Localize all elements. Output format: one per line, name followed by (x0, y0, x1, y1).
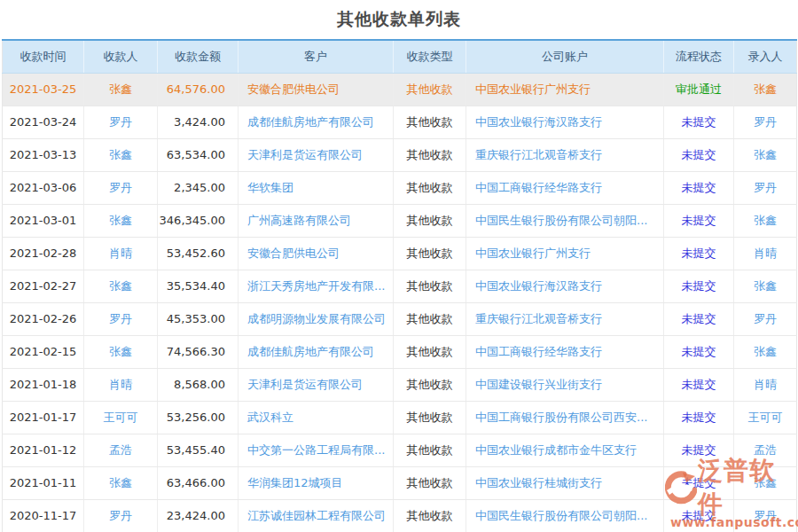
status-cell[interactable]: 未提交 (664, 434, 734, 466)
status-cell[interactable]: 未提交 (664, 499, 734, 532)
table-row[interactable]: 2020-11-17罗丹23,424.00江苏诚佳园林工程有限公司其他收款中国民… (3, 499, 797, 532)
table-row[interactable]: 2021-03-25张鑫64,576.00安徽合肥供电公司其他收款中国农业银行广… (3, 73, 797, 106)
payee-cell[interactable]: 孟浩 (84, 434, 158, 466)
amount-cell: 3,424.00 (158, 106, 239, 138)
payee-cell[interactable]: 张鑫 (84, 204, 158, 237)
payee-cell[interactable]: 张鑫 (84, 138, 158, 171)
receipt-type-cell: 其他收款 (394, 466, 466, 499)
table-row[interactable]: 2021-01-17王可可53,256.00武汉科立其他收款中国工商银行股份有限… (3, 401, 797, 434)
customer-cell[interactable]: 安徽合肥供电公司 (239, 73, 394, 106)
entry-person-cell[interactable]: 肖晴 (734, 368, 797, 401)
amount-cell: 63,534.00 (158, 138, 239, 171)
entry-person-cell[interactable]: 罗丹 (734, 171, 797, 204)
receipt-date-cell: 2021-02-28 (3, 237, 84, 270)
payee-cell[interactable]: 罗丹 (84, 499, 158, 532)
payee-cell[interactable]: 张鑫 (84, 270, 158, 302)
receipt-type-cell: 其他收款 (394, 368, 466, 401)
status-cell[interactable]: 未提交 (664, 270, 734, 302)
customer-cell[interactable]: 成都明源物业发展有限公司 (239, 302, 394, 335)
customer-cell[interactable]: 成都佳航房地产有限公司 (239, 106, 394, 138)
customer-cell[interactable]: 广州高速路有限公司 (239, 204, 394, 237)
table-row[interactable]: 2021-03-01张鑫346,345.00广州高速路有限公司其他收款中国民生银… (3, 204, 797, 237)
table-row[interactable]: 2021-02-27张鑫35,534.40浙江天秀房地产开发有限...其他收款中… (3, 270, 797, 302)
status-cell[interactable]: 未提交 (664, 466, 734, 499)
company-account-cell[interactable]: 中国工商银行经华路支行 (466, 171, 664, 204)
status-cell[interactable]: 未提交 (664, 106, 734, 138)
company-account-cell[interactable]: 中国农业银行广州支行 (466, 73, 664, 106)
status-cell[interactable]: 未提交 (664, 138, 734, 171)
entry-person-cell[interactable]: 王可可 (734, 401, 797, 434)
receipt-date-cell: 2020-11-17 (3, 499, 84, 532)
payee-cell[interactable]: 肖晴 (84, 237, 158, 270)
status-cell[interactable]: 审批通过 (664, 73, 734, 106)
company-account-cell[interactable]: 中国农业银行桂城街支行 (466, 466, 664, 499)
payee-cell[interactable]: 张鑫 (84, 73, 158, 106)
customer-cell[interactable]: 浙江天秀房地产开发有限... (239, 270, 394, 302)
table-row[interactable]: 2021-01-11张鑫63,466.00华润集团12城项目其他收款中国农业银行… (3, 466, 797, 499)
company-account-cell[interactable]: 中国民生银行股份有限公司朝阳... (466, 499, 664, 532)
customer-cell[interactable]: 安徽合肥供电公司 (239, 237, 394, 270)
table-row[interactable]: 2021-03-13张鑫63,534.00天津利是货运有限公司其他收款重庆银行江… (3, 138, 797, 171)
col-header-customer: 客户 (239, 40, 394, 73)
other-receipts-list-page: 其他收款单列表 收款时间 收款人 收款金额 客户 收款类型 公司账户 流程状态 … (0, 0, 798, 532)
entry-person-cell[interactable]: 孟浩 (734, 434, 797, 466)
receipt-type-cell: 其他收款 (394, 237, 466, 270)
company-account-cell[interactable]: 中国农业银行成都市金牛区支行 (466, 434, 664, 466)
entry-person-cell[interactable]: 肖晴 (734, 237, 797, 270)
receipt-date-cell: 2021-03-24 (3, 106, 84, 138)
customer-cell[interactable]: 成都佳航房地产有限公司 (239, 335, 394, 368)
customer-cell[interactable]: 江苏诚佳园林工程有限公司 (239, 499, 394, 532)
customer-cell[interactable]: 天津利是货运有限公司 (239, 138, 394, 171)
table-row[interactable]: 2021-03-24罗丹3,424.00成都佳航房地产有限公司其他收款中国农业银… (3, 106, 797, 138)
payee-cell[interactable]: 罗丹 (84, 106, 158, 138)
receipt-date-cell: 2021-02-15 (3, 335, 84, 368)
payee-cell[interactable]: 罗丹 (84, 171, 158, 204)
table-row[interactable]: 2021-03-06罗丹2,345.00华软集团其他收款中国工商银行经华路支行未… (3, 171, 797, 204)
payee-cell[interactable]: 罗丹 (84, 302, 158, 335)
amount-cell: 74,566.30 (158, 335, 239, 368)
customer-cell[interactable]: 武汉科立 (239, 401, 394, 434)
entry-person-cell[interactable]: 罗丹 (734, 499, 797, 532)
payee-cell[interactable]: 张鑫 (84, 335, 158, 368)
status-cell[interactable]: 未提交 (664, 368, 734, 401)
table-row[interactable]: 2021-02-15张鑫74,566.30成都佳航房地产有限公司其他收款中国工商… (3, 335, 797, 368)
company-account-cell[interactable]: 中国工商银行经华路支行 (466, 335, 664, 368)
company-account-cell[interactable]: 重庆银行江北观音桥支行 (466, 302, 664, 335)
customer-cell[interactable]: 天津利是货运有限公司 (239, 368, 394, 401)
amount-cell: 53,256.00 (158, 401, 239, 434)
customer-cell[interactable]: 华润集团12城项目 (239, 466, 394, 499)
company-account-cell[interactable]: 重庆银行江北观音桥支行 (466, 138, 664, 171)
status-cell[interactable]: 未提交 (664, 302, 734, 335)
entry-person-cell[interactable]: 罗丹 (734, 302, 797, 335)
receipt-date-cell: 2021-01-11 (3, 466, 84, 499)
payee-cell[interactable]: 王可可 (84, 401, 158, 434)
company-account-cell[interactable]: 中国民生银行股份有限公司朝阳... (466, 204, 664, 237)
entry-person-cell[interactable]: 张鑫 (734, 204, 797, 237)
payee-cell[interactable]: 张鑫 (84, 466, 158, 499)
company-account-cell[interactable]: 中国工商银行股份有限公司西安... (466, 401, 664, 434)
customer-cell[interactable]: 华软集团 (239, 171, 394, 204)
payee-cell[interactable]: 肖晴 (84, 368, 158, 401)
status-cell[interactable]: 未提交 (664, 401, 734, 434)
customer-cell[interactable]: 中交第一公路工程局有限... (239, 434, 394, 466)
table-row[interactable]: 2021-02-28肖晴53,452.60安徽合肥供电公司其他收款中国农业银行广… (3, 237, 797, 270)
status-cell[interactable]: 未提交 (664, 237, 734, 270)
company-account-cell[interactable]: 中国建设银行兴业街支行 (466, 368, 664, 401)
table-row[interactable]: 2021-02-26罗丹45,353.00成都明源物业发展有限公司其他收款重庆银… (3, 302, 797, 335)
col-header-amount: 收款金额 (158, 40, 239, 73)
company-account-cell[interactable]: 中国农业银行海汉路支行 (466, 106, 664, 138)
table-row[interactable]: 2021-01-12孟浩53,455.40中交第一公路工程局有限...其他收款中… (3, 434, 797, 466)
company-account-cell[interactable]: 中国农业银行海汉路支行 (466, 270, 664, 302)
entry-person-cell[interactable]: 张鑫 (734, 138, 797, 171)
entry-person-cell[interactable]: 张鑫 (734, 270, 797, 302)
status-cell[interactable]: 未提交 (664, 204, 734, 237)
status-cell[interactable]: 未提交 (664, 171, 734, 204)
entry-person-cell[interactable]: 张鑫 (734, 73, 797, 106)
entry-person-cell[interactable]: 张鑫 (734, 466, 797, 499)
company-account-cell[interactable]: 中国农业银行广州支行 (466, 237, 664, 270)
receipt-type-cell: 其他收款 (394, 270, 466, 302)
status-cell[interactable]: 未提交 (664, 335, 734, 368)
entry-person-cell[interactable]: 张鑫 (734, 335, 797, 368)
table-row[interactable]: 2021-01-18肖晴8,568.00天津利是货运有限公司其他收款中国建设银行… (3, 368, 797, 401)
entry-person-cell[interactable]: 罗丹 (734, 106, 797, 138)
